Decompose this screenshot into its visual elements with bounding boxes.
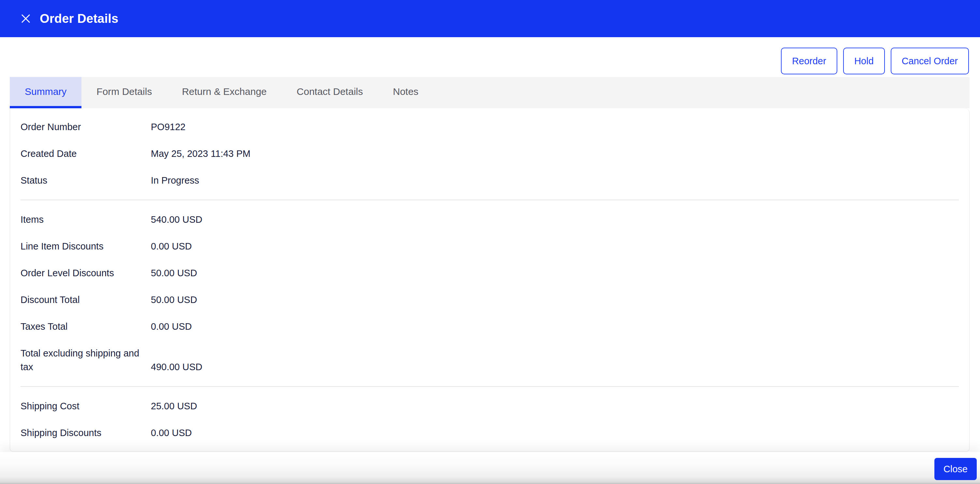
tab-bar: SummaryForm DetailsReturn & ExchangeCont… <box>10 77 970 108</box>
section-divider <box>21 200 959 200</box>
row-label: Discount Total <box>21 293 151 307</box>
row-label: Shipping Cost <box>21 399 151 413</box>
detail-row: Line Item Discounts 0.00 USD <box>21 233 959 260</box>
modal-header: Order Details <box>0 0 980 37</box>
close-icon[interactable] <box>20 13 31 24</box>
tab-return-exchange[interactable]: Return & Exchange <box>167 77 282 108</box>
section-divider <box>21 386 959 387</box>
detail-row: Shipping Cost 25.00 USD <box>21 393 959 419</box>
detail-row: Taxes Total 0.00 USD <box>21 313 959 340</box>
detail-row: Items 540.00 USD <box>21 206 959 233</box>
close-icon-glyph <box>20 13 31 24</box>
row-value: 540.00 USD <box>151 212 959 226</box>
page-title: Order Details <box>40 13 118 25</box>
row-label: Items <box>21 212 151 226</box>
summary-panel: Order Number PO9122 Created Date May 25,… <box>10 108 970 452</box>
row-value: May 25, 2023 11:43 PM <box>151 147 959 160</box>
tab-notes[interactable]: Notes <box>378 77 433 108</box>
detail-row: Total excluding shipping and tax 490.00 … <box>21 340 959 380</box>
cancel-order-button[interactable]: Cancel Order <box>891 48 969 74</box>
action-bar: ReorderHoldCancel Order <box>0 37 980 77</box>
hold-button[interactable]: Hold <box>843 48 885 74</box>
row-value: 0.00 USD <box>151 240 959 253</box>
row-value: 50.00 USD <box>151 293 959 307</box>
detail-row: Created Date May 25, 2023 11:43 PM <box>21 140 959 167</box>
row-value: In Progress <box>151 174 959 187</box>
detail-row: Order Level Discounts 50.00 USD <box>21 260 959 286</box>
row-label: Created Date <box>21 147 151 160</box>
row-value: 25.00 USD <box>151 399 959 413</box>
row-label: Line Item Discounts <box>21 240 151 253</box>
row-value: 490.00 USD <box>151 360 959 374</box>
close-button[interactable]: Close <box>934 458 977 480</box>
row-value: PO9122 <box>151 120 959 134</box>
detail-row: Status In Progress <box>21 167 959 194</box>
row-value: 50.00 USD <box>151 266 959 280</box>
modal-footer: Close <box>0 452 980 484</box>
row-label: Shipping Discounts <box>21 426 151 440</box>
detail-row: Shipping Discounts 0.00 USD <box>21 419 959 446</box>
row-value: 0.00 USD <box>151 426 959 440</box>
row-label: Order Level Discounts <box>21 266 151 280</box>
row-label: Taxes Total <box>21 319 151 333</box>
row-label: Order Number <box>21 120 151 134</box>
row-value: 0.00 USD <box>151 319 959 333</box>
tab-summary[interactable]: Summary <box>10 77 81 108</box>
detail-row: Order Number PO9122 <box>21 113 959 140</box>
row-label: Status <box>21 174 151 187</box>
tab-contact-details[interactable]: Contact Details <box>282 77 378 108</box>
detail-row: Discount Total 50.00 USD <box>21 286 959 313</box>
tab-form-details[interactable]: Form Details <box>81 77 167 108</box>
row-label: Total excluding shipping and tax <box>21 347 151 374</box>
reorder-button[interactable]: Reorder <box>781 48 837 74</box>
